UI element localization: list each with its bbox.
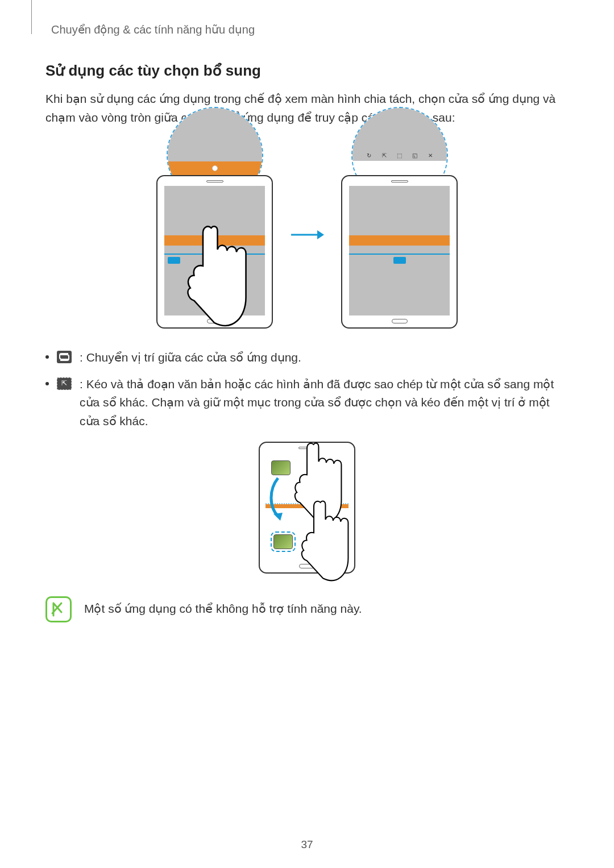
device-illustration-dragdrop: [259, 442, 355, 574]
drag-drop-icon: [57, 377, 72, 390]
options-list: : Chuyển vị trí giữa các cửa sổ ứng dụng…: [45, 348, 569, 430]
toolbar-close-icon: ✕: [426, 151, 434, 159]
svg-marker-2: [273, 513, 283, 521]
toolbar-minimize-icon: ⬚: [396, 151, 404, 159]
toolbar-swap-icon: ↻: [365, 151, 373, 159]
note-callout: Một số ứng dụng có thể không hỗ trợ tính…: [45, 596, 569, 622]
arrow-right-icon: [290, 223, 324, 247]
swap-description: : Chuyển vị trí giữa các cửa sổ ứng dụng…: [80, 348, 301, 367]
note-text: Một số ứng dụng có thể không hỗ trợ tính…: [84, 596, 362, 616]
page-number: 37: [301, 838, 313, 851]
intro-paragraph: Khi bạn sử dụng các ứng dụng trong chế đ…: [45, 90, 569, 127]
breadcrumb: Chuyển động & các tính năng hữu dụng: [51, 23, 569, 36]
list-item: : Kéo và thả đoạn văn bản hoặc các hình …: [45, 375, 569, 431]
source-thumbnail: [271, 460, 291, 475]
drag-description: : Kéo và thả đoạn văn bản hoặc các hình …: [80, 375, 569, 431]
figure-split-options: ↻ ⇱ ⬚ ◱ ✕: [45, 141, 569, 329]
header-rule: [31, 0, 32, 34]
toolbar-drag-icon: ⇱: [380, 151, 388, 159]
swap-windows-icon: [57, 351, 72, 363]
note-icon: [45, 596, 72, 622]
figure-drag-drop: [45, 442, 569, 574]
list-item: : Chuyển vị trí giữa các cửa sổ ứng dụng…: [45, 348, 569, 367]
toolbar-maximize-icon: ◱: [411, 151, 419, 159]
device-illustration-left: [156, 175, 273, 329]
svg-marker-1: [317, 230, 324, 239]
drag-arrow-icon: [268, 475, 285, 521]
device-illustration-right: [341, 175, 458, 329]
target-thumbnail: [273, 534, 293, 549]
section-heading: Sử dụng các tùy chọn bổ sung: [45, 62, 569, 80]
